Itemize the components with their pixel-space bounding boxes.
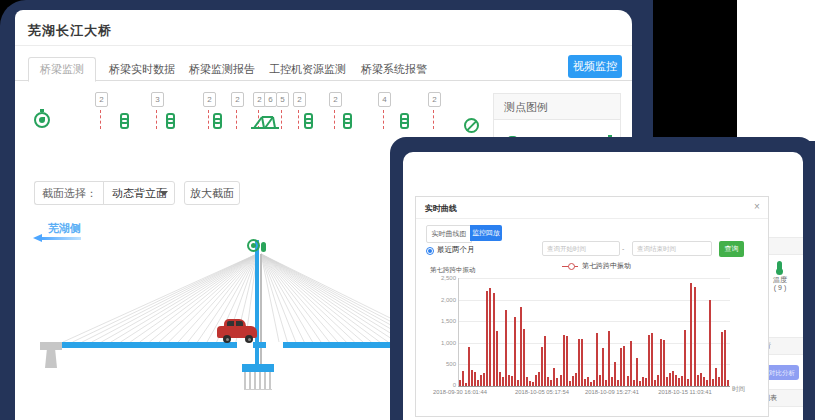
chart-bar: [486, 291, 488, 386]
y-tick: 2,000: [426, 297, 456, 303]
chart-bar: [560, 375, 562, 386]
chart-bar: [541, 347, 543, 386]
chart-x-axis-title: 时间: [732, 385, 745, 394]
chart-bar: [611, 377, 613, 386]
dialog-title: 实时曲线: [425, 203, 457, 214]
chart-bar: [657, 375, 659, 386]
chart-bar: [630, 341, 632, 386]
chart-bar: [727, 380, 729, 386]
chart-bar: [639, 381, 641, 386]
chart-bar: [669, 373, 671, 386]
tower-sensor-icon: [247, 239, 260, 252]
chart-bar: [480, 375, 482, 386]
chart-bar: [608, 331, 610, 386]
chart-bar: [496, 331, 498, 386]
black-region: [653, 0, 737, 146]
divider: [15, 45, 632, 46]
tab-playback[interactable]: 监控回放: [470, 225, 502, 241]
chart-bar: [508, 375, 510, 386]
chart-bar: [590, 382, 592, 386]
chart-bar: [468, 347, 470, 386]
chart-bar: [532, 382, 534, 386]
chart-bar: [593, 380, 595, 386]
bridge-pier: [45, 350, 57, 368]
tower-foundation-hatch: [244, 372, 272, 390]
tab-realtime-data[interactable]: 桥梁实时数据: [109, 62, 175, 77]
chart-bar: [614, 362, 616, 386]
tab-realtime-curve[interactable]: 实时曲线图: [426, 225, 472, 243]
thermometer-icon[interactable]: [777, 261, 782, 271]
tabbar-divider: [15, 80, 632, 81]
chart-y-axis-title: 第七跨跨中振动: [430, 266, 476, 275]
tab-system-alarm[interactable]: 桥梁系统报警: [361, 62, 427, 77]
compare-analysis-button[interactable]: 对比分析: [765, 365, 799, 380]
chart-bar: [471, 370, 473, 386]
chart-bar: [672, 371, 674, 386]
chart-bar: [502, 377, 504, 386]
chart-bar: [715, 368, 717, 386]
chart-bar: [505, 310, 507, 386]
popup-window: 测点图例 温度 ( 9 ) 对比分析 对比分析 振动测点列表 实时曲线 × 实时…: [390, 137, 815, 420]
chart-bar: [694, 287, 696, 386]
chart-bar: [617, 380, 619, 386]
chart-bar: [520, 307, 522, 386]
chart-series: [459, 278, 730, 386]
chart-bar: [489, 288, 491, 386]
bridge-tower-pole: [260, 254, 262, 376]
sensor-count-badge: 2: [293, 92, 306, 107]
video-monitor-button[interactable]: 视频监控: [568, 55, 622, 78]
chart-bar: [499, 372, 501, 386]
chart-bar: [477, 380, 479, 386]
chart-bar: [633, 380, 635, 387]
sensor-dash-line: [433, 110, 434, 129]
section-dropdown[interactable]: 动态背立面: [103, 181, 175, 205]
chart-bar: [697, 375, 699, 386]
sensor-dash-line: [208, 110, 209, 129]
bridge-side-label: 芜湖侧: [48, 221, 81, 236]
truss-icon[interactable]: [250, 111, 280, 131]
chart-bar: [721, 332, 723, 386]
chart-bar: [459, 380, 461, 387]
temperature-count: ( 9 ): [765, 284, 795, 291]
chart-bar: [681, 376, 683, 386]
legend-marker-ring: [568, 263, 575, 270]
query-end-time-input[interactable]: [632, 241, 712, 256]
chart-bar: [514, 317, 516, 386]
tab-bridge-monitoring[interactable]: 桥梁监测: [28, 57, 96, 82]
bridge-tower: [255, 240, 259, 376]
chart-bar: [620, 348, 622, 386]
chain-icon[interactable]: [304, 113, 313, 129]
tab-monitoring-report[interactable]: 桥梁监测报告: [189, 62, 255, 77]
no-entry-icon[interactable]: [464, 118, 479, 133]
bridge-deck: [57, 342, 237, 348]
chart-bar: [526, 377, 528, 387]
chart-bar: [706, 380, 708, 386]
chart-bar: [584, 379, 586, 386]
x-tick: 2018-09-30 16:01:44: [430, 389, 490, 395]
close-icon[interactable]: ×: [754, 201, 760, 212]
tower-sensor-icon: [261, 242, 266, 252]
car-wheel: [223, 335, 231, 343]
chart-bar: [663, 340, 665, 386]
chart-bar: [675, 375, 677, 386]
chain-icon[interactable]: [120, 113, 129, 129]
query-start-time-input[interactable]: [542, 241, 620, 256]
radio-label: 最近两个月: [437, 245, 475, 255]
chain-icon[interactable]: [166, 113, 175, 129]
chain-icon[interactable]: [400, 113, 409, 129]
chain-icon[interactable]: [343, 113, 352, 129]
chart-bar: [550, 380, 552, 386]
chart-bar: [718, 377, 720, 387]
query-button[interactable]: 查询: [719, 241, 744, 257]
chart-bar: [645, 378, 647, 386]
chart-legend-label[interactable]: 第七跨跨中振动: [582, 261, 631, 271]
zoom-section-button[interactable]: 放大截面: [184, 181, 240, 205]
chart-bar: [517, 380, 519, 386]
chart-bar: [602, 348, 604, 386]
radio-last-two-months[interactable]: [426, 247, 434, 255]
gauge-icon[interactable]: [34, 112, 50, 128]
tower-foundation: [242, 364, 274, 372]
chart-bar: [660, 339, 662, 386]
tab-ipc-resource[interactable]: 工控机资源监测: [269, 62, 346, 77]
chain-icon[interactable]: [213, 113, 222, 129]
